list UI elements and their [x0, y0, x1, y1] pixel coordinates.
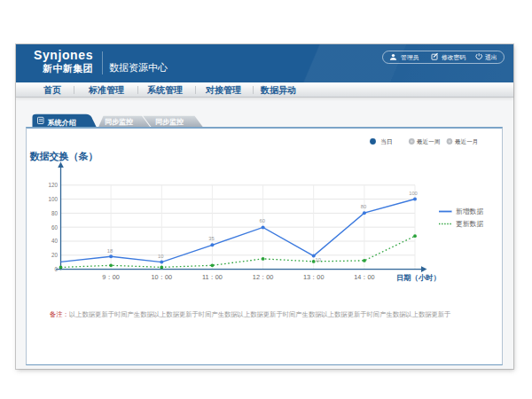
svg-text:同步监控: 同步监控 — [155, 118, 184, 126]
svg-text:10：00: 10：00 — [152, 273, 173, 281]
svg-text:最近一月: 最近一月 — [455, 138, 478, 145]
svg-text:14：00: 14：00 — [354, 273, 375, 281]
svg-text:修改密码: 修改密码 — [442, 54, 466, 61]
svg-text:100: 100 — [409, 191, 418, 196]
svg-text:12：00: 12：00 — [253, 273, 274, 281]
svg-text:11：00: 11：00 — [202, 273, 223, 281]
svg-text:18: 18 — [107, 248, 113, 254]
svg-text:10: 10 — [158, 254, 163, 259]
svg-text:40: 40 — [51, 238, 59, 244]
svg-text:退出: 退出 — [485, 53, 497, 60]
svg-text:9：00: 9：00 — [102, 273, 119, 281]
svg-text:最近一周: 最近一周 — [417, 138, 440, 145]
svg-text:更新数据: 更新数据 — [456, 220, 483, 228]
svg-text:系统介绍: 系统介绍 — [47, 118, 76, 127]
svg-text:当日: 当日 — [380, 138, 392, 145]
svg-text:13：00: 13：00 — [303, 273, 325, 281]
svg-text:日期（小时）: 日期（小时） — [396, 273, 441, 282]
svg-text:20: 20 — [51, 252, 59, 258]
svg-text:备注：以上数据更新于时间产生数据以上数据更新于时间产生数据以: 备注：以上数据更新于时间产生数据以上数据更新于时间产生数据以上数据更新于时间产生… — [50, 310, 450, 318]
svg-text:10: 10 — [316, 257, 321, 262]
svg-text:0: 0 — [54, 266, 58, 272]
svg-text:管理员: 管理员 — [401, 54, 419, 61]
svg-text:新增数据: 新增数据 — [456, 207, 483, 215]
svg-text:80: 80 — [361, 204, 366, 209]
svg-text:35: 35 — [208, 236, 214, 241]
svg-text:120: 120 — [48, 182, 58, 188]
svg-text:100: 100 — [48, 196, 58, 202]
svg-text:数据交换（条）: 数据交换（条） — [29, 151, 98, 162]
svg-text:同步监控: 同步监控 — [105, 118, 133, 126]
svg-text:60: 60 — [51, 224, 59, 231]
svg-text:60: 60 — [259, 218, 264, 223]
svg-text:80: 80 — [51, 210, 59, 216]
